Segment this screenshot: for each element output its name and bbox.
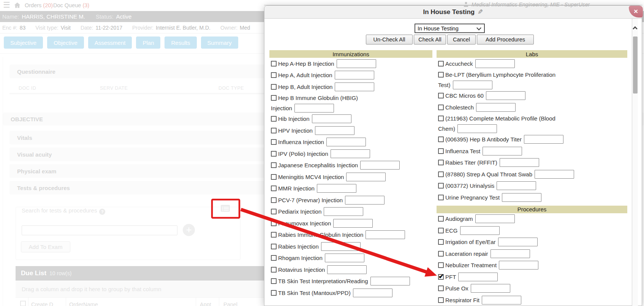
procedure-input[interactable] [327,265,367,274]
procedure-input[interactable] [345,196,385,205]
procedure-input[interactable] [486,91,525,100]
procedure-input[interactable] [499,261,538,270]
procedure-input[interactable] [471,284,510,293]
checkbox[interactable] [438,148,444,154]
add-plus-icon[interactable]: + [183,224,195,236]
procedure-input[interactable] [312,114,351,123]
checkbox[interactable] [438,105,444,110]
checkbox[interactable] [438,228,444,233]
nav-doc-queue[interactable]: Doc Queue (3) [53,2,89,8]
procedure-input[interactable] [500,158,539,167]
checkbox[interactable] [438,239,444,245]
procedure-input[interactable] [315,126,354,135]
due-col-panel[interactable]: Panel [223,301,237,306]
checkbox[interactable] [438,61,444,67]
hamburger-menu-icon[interactable]: ☰ [3,0,10,10]
checkbox[interactable] [438,171,444,177]
procedure-list-icon[interactable] [220,204,231,213]
checkbox[interactable] [438,297,444,303]
doc-col-doc-type[interactable]: DOC TYPE [218,86,244,91]
procedure-input[interactable] [475,214,515,223]
checkbox[interactable] [271,139,277,145]
procedure-input[interactable] [475,59,515,68]
check-all-button[interactable]: Check All [414,35,446,44]
checkbox[interactable] [438,72,444,78]
checkbox[interactable] [271,128,277,133]
select-all-checkbox[interactable] [20,301,26,306]
procedure-input[interactable] [497,181,536,190]
user-area[interactable]: Medical Informatics Engineering, MIE - S… [463,1,590,8]
home-icon[interactable] [14,2,21,10]
checkbox[interactable] [438,93,444,98]
procedure-input[interactable] [502,193,541,202]
checkbox[interactable] [438,262,444,268]
procedure-input[interactable] [346,173,386,181]
procedure-input[interactable] [457,124,497,133]
procedure-input[interactable] [498,238,538,246]
cancel-button[interactable]: Cancel [447,35,476,44]
procedure-input[interactable] [337,59,376,68]
procedure-input[interactable] [335,71,374,79]
checkbox[interactable] [271,84,277,90]
add-to-exam-button[interactable]: Add To Exam [21,241,70,252]
due-col-create-date[interactable]: Create D [31,301,53,306]
procedure-input[interactable] [326,138,366,146]
procedure-input[interactable] [335,82,374,91]
procedure-input[interactable] [482,296,521,304]
add-procedures-button[interactable]: Add Procedures [477,35,534,44]
tab-results[interactable]: Results [165,36,196,49]
edit-pencil-icon[interactable]: ✎ [478,8,483,16]
doc-col-serv-date[interactable]: SERV DATE [100,86,128,91]
procedure-input[interactable] [317,184,356,193]
procedure-input[interactable] [333,219,373,228]
checkbox[interactable] [271,290,277,296]
checkbox[interactable] [438,160,444,165]
due-col-ordername[interactable]: OrderName [69,301,98,306]
tab-objective[interactable]: Objective [47,36,84,49]
checkbox[interactable] [438,251,444,257]
procedure-set-dropdown[interactable]: In House Testing [415,24,485,33]
tab-summary[interactable]: Summary [201,36,238,49]
checkbox[interactable] [438,216,444,222]
doc-col-doc-id[interactable]: DOC ID [19,86,36,91]
help-icon[interactable]: ? [99,209,105,215]
procedure-input[interactable] [524,135,563,144]
checkbox[interactable] [271,72,277,78]
checkbox[interactable] [271,151,277,157]
nav-orders[interactable]: Orders (20) [25,2,53,8]
modal-title-bar[interactable]: In House Testing ✎ [264,6,642,19]
checkbox[interactable] [271,61,277,67]
checkbox[interactable] [271,209,277,214]
procedure-input[interactable] [453,81,492,89]
procedure-input[interactable] [476,103,516,112]
checkbox[interactable] [271,232,277,238]
checkbox[interactable] [438,136,444,142]
checkbox[interactable] [438,116,444,121]
checkbox[interactable] [438,183,444,189]
checkbox-checked[interactable]: ✔ [438,274,444,280]
checkbox[interactable] [271,244,277,249]
procedure-input[interactable] [458,273,498,281]
due-col-appt[interactable]: Appt [200,301,211,306]
procedure-input[interactable] [294,104,334,113]
checkbox[interactable] [271,174,277,180]
checkbox[interactable] [271,278,277,284]
checkbox[interactable] [271,197,277,203]
procedure-input[interactable] [366,230,405,239]
procedure-input[interactable] [460,226,500,235]
checkbox[interactable] [271,95,277,101]
checkbox[interactable] [271,255,277,261]
checkbox[interactable] [271,116,277,122]
tab-plan[interactable]: Plan [136,36,160,49]
procedure-input[interactable] [331,149,370,158]
checkbox[interactable] [438,285,444,291]
procedure-input[interactable] [321,242,361,251]
checkbox[interactable] [438,195,444,200]
checkbox[interactable] [271,162,277,168]
checkbox[interactable] [271,220,277,226]
checkbox[interactable] [271,186,277,191]
procedure-input[interactable] [370,277,410,285]
procedure-input[interactable] [491,249,530,258]
procedure-input[interactable] [325,254,364,262]
procedure-input[interactable] [360,161,400,170]
